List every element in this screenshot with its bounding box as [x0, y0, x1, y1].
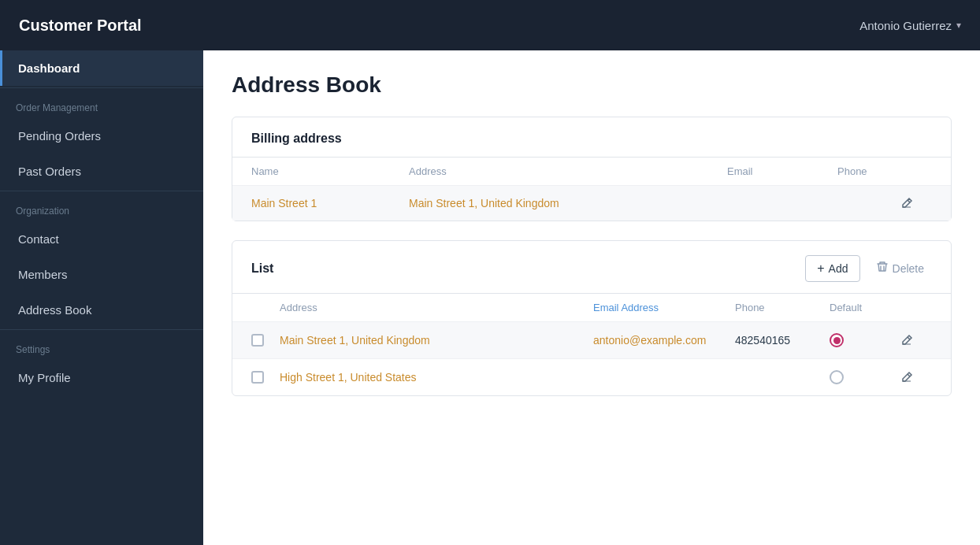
add-button[interactable]: + Add — [805, 255, 859, 282]
app-title: Customer Portal — [19, 17, 142, 35]
row1-checkbox[interactable] — [251, 334, 264, 347]
sidebar-item-address-book[interactable]: Address Book — [0, 292, 203, 328]
billing-address-card: Billing address Name Address Email Phone… — [232, 117, 952, 221]
col-address: Address — [409, 165, 727, 177]
col-list-default: Default — [830, 302, 900, 313]
col-email: Email — [727, 165, 837, 177]
col-list-actions — [900, 302, 932, 313]
list-card-header: List + Add Delete — [232, 241, 951, 293]
col-name: Name — [251, 165, 409, 177]
list-table-header: Address Email Address Phone Default — [232, 294, 951, 321]
list-section-title: List — [251, 261, 273, 276]
sidebar-item-members[interactable]: Members — [0, 257, 203, 292]
sidebar-section-order-management: Order Management — [0, 90, 203, 118]
sidebar-item-dashboard[interactable]: Dashboard — [0, 50, 203, 86]
sidebar-item-past-orders[interactable]: Past Orders — [0, 154, 203, 189]
sidebar-divider-3 — [0, 329, 203, 330]
row2-checkbox[interactable] — [251, 371, 264, 384]
billing-card-header: Billing address — [232, 117, 951, 157]
page-layout: Dashboard Order Management Pending Order… — [0, 50, 980, 545]
billing-name[interactable]: Main Street 1 — [251, 197, 409, 209]
sidebar-section-settings: Settings — [0, 332, 203, 360]
row1-default-radio[interactable] — [830, 333, 900, 347]
row1-address: Main Street 1, United Kingdom — [280, 334, 593, 347]
sidebar-item-contact[interactable]: Contact — [0, 221, 203, 257]
col-checkbox-header — [251, 302, 280, 313]
sidebar-item-my-profile[interactable]: My Profile — [0, 360, 203, 395]
page-title: Address Book — [232, 72, 952, 98]
delete-button[interactable]: Delete — [868, 255, 932, 282]
sidebar-divider-2 — [0, 191, 203, 191]
add-icon: + — [817, 261, 824, 276]
billing-table-row: Main Street 1 Main Street 1, United King… — [232, 185, 951, 221]
delete-label: Delete — [893, 262, 924, 275]
row2-address: High Street 1, United States — [280, 371, 593, 384]
list-card: List + Add Delete — [232, 240, 952, 396]
billing-address: Main Street 1, United Kingdom — [409, 197, 696, 209]
col-list-phone: Phone — [735, 302, 830, 313]
list-actions: + Add Delete — [805, 255, 932, 282]
row1-email: antonio@example.com — [593, 334, 735, 347]
row1-edit-icon[interactable] — [900, 334, 932, 347]
row2-default-radio[interactable] — [830, 370, 900, 384]
billing-edit-icon[interactable] — [900, 197, 932, 209]
row2-edit-icon[interactable] — [900, 371, 932, 384]
user-name: Antonio Gutierrez — [859, 19, 952, 32]
user-menu-chevron: ▾ — [956, 20, 961, 31]
table-row: High Street 1, United States — [232, 358, 951, 395]
sidebar-section-organization: Organization — [0, 193, 203, 221]
main-content: Address Book Billing address Name Addres… — [203, 50, 980, 545]
row1-phone: 482540165 — [735, 334, 830, 347]
billing-section-title: Billing address — [251, 132, 342, 146]
sidebar-item-pending-orders[interactable]: Pending Orders — [0, 118, 203, 154]
add-label: Add — [829, 262, 848, 275]
col-phone: Phone — [837, 165, 932, 177]
billing-table-header: Name Address Email Phone — [232, 158, 951, 185]
user-menu[interactable]: Antonio Gutierrez ▾ — [859, 19, 961, 32]
col-list-address: Address — [280, 302, 593, 313]
trash-icon — [876, 261, 889, 276]
sidebar: Dashboard Order Management Pending Order… — [0, 50, 203, 545]
col-list-email: Email Address — [593, 302, 735, 313]
sidebar-divider-1 — [0, 87, 203, 88]
app-header: Customer Portal Antonio Gutierrez ▾ — [0, 0, 980, 50]
table-row: Main Street 1, United Kingdom antonio@ex… — [232, 321, 951, 358]
